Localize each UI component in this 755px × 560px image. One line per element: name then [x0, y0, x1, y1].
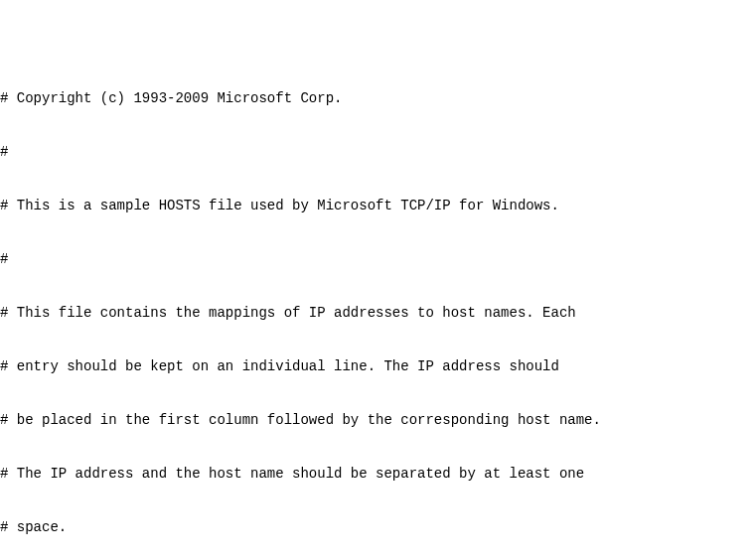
- comment-line: # entry should be kept on an individual …: [0, 357, 755, 375]
- comment-line: # be placed in the first column followed…: [0, 411, 755, 429]
- comment-line: # Copyright (c) 1993-2009 Microsoft Corp…: [0, 89, 755, 107]
- comment-line: # space.: [0, 518, 755, 536]
- comment-line: # This file contains the mappings of IP …: [0, 304, 755, 322]
- hosts-file-content: # Copyright (c) 1993-2009 Microsoft Corp…: [0, 54, 755, 560]
- comment-line: # The IP address and the host name shoul…: [0, 465, 755, 483]
- comment-line: #: [0, 250, 755, 268]
- comment-line: #: [0, 143, 755, 161]
- comment-line: # This is a sample HOSTS file used by Mi…: [0, 197, 755, 214]
